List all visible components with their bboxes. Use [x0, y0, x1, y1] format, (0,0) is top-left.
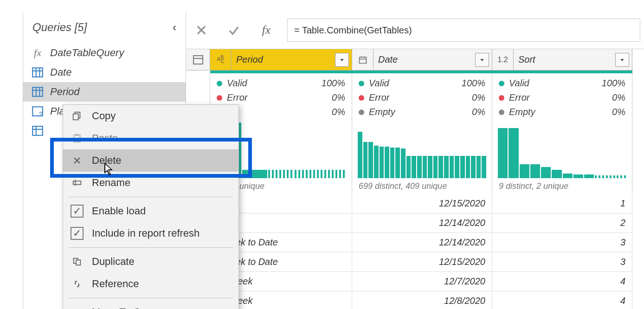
histogram-bar	[395, 148, 400, 178]
cell-sort: 1	[492, 194, 632, 213]
error-dot-icon	[217, 95, 222, 101]
histogram-bar	[584, 174, 594, 178]
histogram-bar	[471, 156, 476, 178]
paste-icon	[71, 132, 84, 145]
table-row[interactable]: 12/15/20201	[186, 194, 644, 213]
commit-formula-button[interactable]	[222, 19, 245, 42]
distinct-text: 9 distinct, 2 unique	[499, 181, 568, 191]
cell-sort: 4	[492, 272, 632, 291]
column-filter-dropdown[interactable]	[475, 53, 489, 67]
query-item-period[interactable]: Period	[23, 82, 186, 102]
rename-icon	[71, 176, 84, 189]
context-menu: Copy Paste Delete Rename ✓ Enable load ✓…	[63, 104, 239, 309]
cell-sort: 3	[492, 233, 632, 252]
fx-icon: fx	[32, 47, 44, 59]
ctx-copy[interactable]: Copy	[63, 105, 238, 127]
histogram-bar	[242, 170, 268, 178]
queries-title: Queries [5]	[32, 21, 87, 34]
ribbon-data-sources: Data Sources	[209, 0, 259, 0]
column-header-period[interactable]: ABC Period	[210, 49, 352, 71]
histogram-bar	[368, 142, 373, 178]
svg-rect-4	[32, 87, 43, 97]
svg-rect-34	[76, 260, 80, 265]
ctx-paste: Paste	[63, 127, 238, 149]
histogram-bar	[455, 156, 459, 178]
histogram-bar	[509, 128, 518, 178]
empty-dot-icon	[499, 109, 504, 115]
histogram-bar	[390, 148, 395, 178]
histogram-bar	[385, 147, 389, 178]
column-header-sort[interactable]: 1.2 Sort	[492, 49, 632, 71]
svg-text:?: ?	[39, 110, 43, 117]
histogram-bar	[530, 164, 540, 178]
distinct-text: 699 distinct, 409 unique	[359, 181, 447, 191]
ribbon-groups: Close New Query Data Sources Parameters …	[0, 0, 644, 5]
query-item-datetablequery[interactable]: fx DateTableQuery	[23, 43, 186, 63]
svg-marker-23	[480, 59, 484, 61]
ctx-delete[interactable]: Delete	[63, 149, 238, 172]
ctx-move-to-group[interactable]: Move To Group ▸	[63, 301, 238, 309]
table-row[interactable]: us Week12/7/20204	[186, 272, 644, 291]
histogram-bar	[460, 156, 465, 178]
column-filter-dropdown[interactable]	[335, 53, 349, 67]
ctx-enable-load[interactable]: ✓ Enable load	[63, 200, 238, 222]
chevron-right-icon: ▸	[226, 306, 231, 309]
table-row[interactable]: us Week12/8/20204	[186, 291, 644, 309]
fx-button[interactable]: fx	[255, 19, 278, 42]
histogram-bar	[450, 156, 454, 178]
histogram-bar	[423, 156, 427, 178]
svg-rect-31	[73, 181, 81, 184]
valid-dot-icon	[359, 81, 364, 86]
ribbon-close: Close	[30, 0, 52, 0]
checkbox-checked-icon: ✓	[71, 205, 84, 218]
histogram-bar	[520, 164, 529, 178]
table-row[interactable]: t Week to Date12/15/20203	[186, 252, 644, 272]
column-profile-sort: Valid100% Error0% Empty0% 9 distinct, 2 …	[492, 73, 632, 194]
table-icon	[32, 125, 44, 137]
ctx-rename[interactable]: Rename	[63, 172, 238, 194]
cell-date: 12/15/2020	[352, 194, 492, 213]
histogram-sort	[498, 122, 626, 178]
cell-date: 12/7/2020	[352, 272, 492, 291]
svg-rect-27	[74, 135, 80, 142]
svg-rect-15	[193, 56, 203, 64]
column-header-date[interactable]: Date	[352, 49, 492, 71]
cell-date: 12/8/2020	[352, 291, 492, 309]
ctx-duplicate[interactable]: Duplicate	[63, 251, 238, 273]
formula-bar[interactable]: = Table.Combine(GetTables)	[287, 19, 640, 42]
histogram-bar	[477, 156, 481, 178]
histogram-bar	[498, 128, 508, 178]
cell-date: 12/14/2020	[352, 233, 492, 252]
histogram-bar	[358, 132, 362, 178]
ctx-reference[interactable]: Reference	[63, 273, 238, 295]
histogram-bar	[321, 170, 346, 178]
histogram-bar	[401, 148, 406, 178]
cell-date: 12/15/2020	[352, 252, 492, 272]
histogram-bar	[412, 156, 416, 178]
histogram-bar	[444, 156, 449, 178]
histogram-bar	[295, 170, 320, 178]
query-label: Period	[50, 86, 80, 98]
ctx-include-refresh[interactable]: ✓ Include in report refresh	[63, 222, 238, 245]
collapse-queries-icon[interactable]: ‹	[173, 21, 176, 34]
histogram-bar	[606, 175, 616, 178]
column-name: Period	[232, 54, 335, 65]
copy-icon	[71, 109, 84, 122]
table-row[interactable]: t Week to Date12/14/20203	[186, 233, 644, 252]
table-corner[interactable]	[186, 49, 210, 71]
svg-rect-28	[76, 134, 78, 136]
histogram-bar	[428, 156, 432, 178]
valid-dot-icon	[499, 81, 504, 86]
ribbon-manage-columns: Manage Columns	[513, 0, 578, 0]
number-type-icon: 1.2	[492, 49, 514, 70]
histogram-date	[358, 122, 486, 178]
query-item-date[interactable]: Date	[23, 63, 186, 82]
svg-rect-10	[32, 126, 43, 135]
cancel-formula-button[interactable]	[190, 19, 213, 42]
histogram-bar	[573, 174, 583, 178]
cell-sort: 3	[492, 252, 632, 272]
ribbon-query: Query	[406, 0, 429, 0]
histogram-bar	[438, 156, 443, 178]
column-filter-dropdown[interactable]	[615, 53, 629, 67]
table-row[interactable]: day12/14/20202	[186, 213, 644, 233]
